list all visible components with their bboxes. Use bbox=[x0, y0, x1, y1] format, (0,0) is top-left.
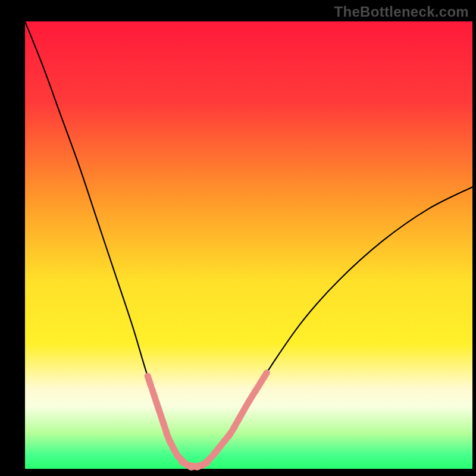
watermark-text: TheBottleneck.com bbox=[334, 4, 469, 20]
curve-marker bbox=[148, 376, 151, 386]
curve-marker bbox=[152, 390, 156, 400]
curve-marker bbox=[156, 402, 160, 412]
bottleneck-chart bbox=[0, 0, 476, 476]
chart-stage: TheBottleneck.com bbox=[0, 0, 476, 476]
